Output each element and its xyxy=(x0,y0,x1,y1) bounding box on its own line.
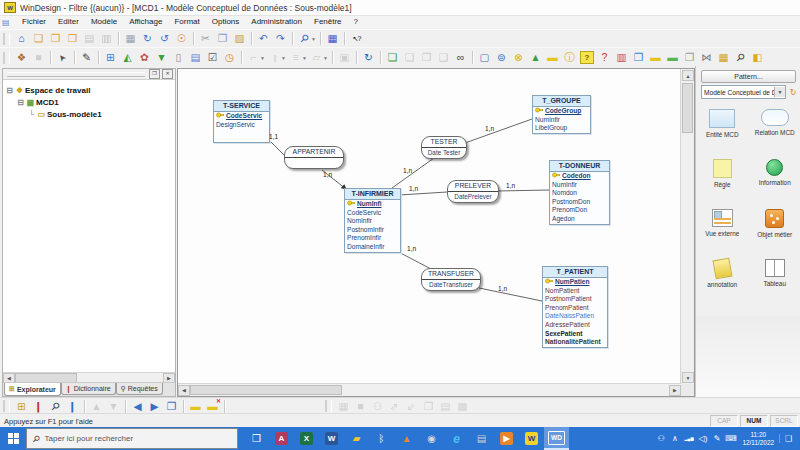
redo-icon[interactable]: ↷ xyxy=(272,31,289,46)
copy-icon[interactable]: ❐ xyxy=(214,31,231,46)
relation-tool-icon[interactable]: ⊗ xyxy=(510,50,527,65)
rule-tool-icon[interactable]: ▬ xyxy=(544,50,561,65)
palette-item-r-gle[interactable]: Règle xyxy=(696,155,749,205)
tray-hidden-icons-chevron-icon[interactable]: ∧ xyxy=(668,434,681,443)
undo-icon[interactable]: ↶ xyxy=(255,31,272,46)
tab-explorateur[interactable]: ⊞Explorateur xyxy=(4,383,61,396)
menu-?[interactable]: ? xyxy=(348,16,364,28)
grid-icon[interactable]: ▦ xyxy=(324,31,341,46)
documentation-toggle-icon[interactable]: ❙ xyxy=(64,399,81,414)
select-zone-tool-icon[interactable]: ◧ xyxy=(749,50,766,65)
taskbar-clock[interactable]: 11:20 12/11/2022 xyxy=(738,431,778,446)
tray-people-icon[interactable]: ⚇ xyxy=(654,434,667,443)
form-list-icon[interactable]: ▤ xyxy=(187,50,204,65)
entity-t-service[interactable]: T-SERVICECodeServicDesignServic xyxy=(213,100,270,143)
panel-close-button[interactable]: ✕ xyxy=(162,69,173,79)
link-objects-tool-icon[interactable]: ⋈ xyxy=(698,50,715,65)
nav-window-icon[interactable]: ❐ xyxy=(163,399,180,414)
palette-item-vue-externe[interactable]: Vue externe xyxy=(696,205,749,255)
pill-yellow-tool-icon[interactable]: ▬ xyxy=(647,50,664,65)
taskbar-vlc-icon[interactable]: ▲ xyxy=(394,427,419,450)
panel-drag-handle[interactable] xyxy=(7,72,145,77)
constraint-tool-icon[interactable]: ? xyxy=(596,50,613,65)
palette-item-tableau[interactable]: Tableau xyxy=(749,255,800,305)
entity-t-infirmier[interactable]: T-INFIRMIERNumInfiCodeServicNomInfirPost… xyxy=(344,188,401,253)
toolbar-grip[interactable] xyxy=(3,33,10,45)
check-out-icon[interactable]: ↻ xyxy=(139,31,156,46)
nav-prev-icon[interactable]: ◀ xyxy=(129,399,146,414)
taskbar-camera-app-icon[interactable]: ◉ xyxy=(419,427,444,450)
scroll-thumb[interactable] xyxy=(682,83,693,133)
tray-volume-icon[interactable]: ◁) xyxy=(696,434,709,443)
menu-administration[interactable]: Administration xyxy=(245,16,308,28)
entity-tool-icon[interactable]: ⊜ xyxy=(493,50,510,65)
menu-fentre[interactable]: Fenêtre xyxy=(308,16,348,28)
scroll-down-arrow[interactable]: ▼ xyxy=(682,372,694,383)
menu-options[interactable]: Options xyxy=(206,16,246,28)
refresh-palette-icon[interactable]: ↻ xyxy=(788,88,798,97)
print-icon[interactable]: ▦ xyxy=(122,31,139,46)
entity-t-groupe[interactable]: T_GROUPECodeGroupNumInfirLibelGroup xyxy=(532,95,591,134)
hide-rules-icon[interactable]: ▬✕ xyxy=(204,399,221,414)
entity-t-donneur[interactable]: T-DONNEURCodedonNumInfirNomdonPostnomDon… xyxy=(549,160,610,225)
paste-icon[interactable]: ▨ xyxy=(231,31,248,46)
notification-center-icon[interactable]: ❑ xyxy=(779,434,797,443)
canvas-hscrollbar[interactable]: ◀ ▶ xyxy=(178,383,681,396)
menu-modle[interactable]: Modèle xyxy=(85,16,123,28)
publish-web-icon[interactable]: ☉ xyxy=(173,31,190,46)
relation-prelever[interactable]: PRELEVERDatePrelever xyxy=(447,180,499,203)
hierarchy-icon[interactable]: ⊞ xyxy=(102,50,119,65)
open-folder-icon[interactable]: ❒ xyxy=(64,31,81,46)
menu-editer[interactable]: Editer xyxy=(52,16,85,28)
submodels-icon[interactable]: ❏ xyxy=(384,50,401,65)
home-icon[interactable]: ⌂ xyxy=(13,31,30,46)
model-properties-icon[interactable]: ❖ xyxy=(13,50,30,65)
table-tool-icon[interactable]: ▥ xyxy=(613,50,630,65)
tray-touch-keyboard-icon[interactable]: ⌨ xyxy=(724,434,737,443)
panel-float-button[interactable]: ❐ xyxy=(149,69,160,79)
palette-item-annotation[interactable]: annotation xyxy=(696,255,749,305)
scroll-thumb[interactable] xyxy=(190,385,342,395)
relation-appartenir[interactable]: APPARTENIR xyxy=(284,146,344,169)
history-clock-icon[interactable]: ◷ xyxy=(221,50,238,65)
shapes-icon[interactable]: ◭ xyxy=(119,50,136,65)
toolbar-grip[interactable] xyxy=(3,52,10,64)
tab-requtes[interactable]: ⚲Requêtes xyxy=(116,383,163,395)
diagram-canvas[interactable]: T-SERVICECodeServicDesignServicT_GROUPEC… xyxy=(178,69,681,384)
help-pointer-icon[interactable]: ↖? xyxy=(348,31,365,46)
open-models-icon[interactable]: ❐ xyxy=(47,31,64,46)
palette-item-objet-m-tier[interactable]: Objet métier xyxy=(749,205,800,255)
menu-affichage[interactable]: Affichage xyxy=(123,16,168,28)
tree-expand-icon[interactable]: ⊟ xyxy=(5,86,14,95)
tree-expand-icon[interactable]: ⊟ xyxy=(16,98,25,107)
taskbar-windesign-logo-icon[interactable]: W xyxy=(519,427,544,450)
edit-pencil-icon[interactable]: ✎ xyxy=(78,50,95,65)
scroll-up-arrow[interactable]: ▲ xyxy=(682,70,694,81)
relation-transfuser[interactable]: TRANSFUSERDateTransfuser xyxy=(421,268,481,291)
menu-format[interactable]: Format xyxy=(168,16,205,28)
show-rules-icon[interactable]: ▬ xyxy=(187,399,204,414)
start-button[interactable] xyxy=(0,427,26,450)
toolbar-grip[interactable] xyxy=(3,400,10,412)
toolbar-grip[interactable] xyxy=(325,400,332,412)
tree-expand-icon[interactable]: └ xyxy=(27,110,36,119)
taskbar-search[interactable]: ⚲ Taper ici pour rechercher xyxy=(26,428,238,449)
note-blank-icon[interactable]: ▯ xyxy=(170,50,187,65)
check-model-icon[interactable]: ☑ xyxy=(204,50,221,65)
taskbar-excel-icon[interactable]: X xyxy=(294,427,319,450)
inheritance-tool-icon[interactable]: ▲ xyxy=(527,50,544,65)
nav-next-icon[interactable]: ▶ xyxy=(146,399,163,414)
taskbar-bluetooth-icon[interactable]: ᛒ xyxy=(369,427,394,450)
palette-item-relation-mcd[interactable]: Relation MCD xyxy=(749,105,800,155)
cut-icon[interactable]: ✂ xyxy=(197,31,214,46)
menu-fichier[interactable]: Fichier xyxy=(16,16,52,28)
tree-item-mcd1[interactable]: ⊟▦MCD1 xyxy=(5,96,173,108)
taskbar-windesign-icon[interactable]: WD xyxy=(544,427,569,450)
new-window-icon[interactable]: ▢ xyxy=(476,50,493,65)
tree-item-espace-de-travail[interactable]: ⊟❖Espace de travail xyxy=(5,84,173,96)
information-tool-icon[interactable]: ⓘ xyxy=(561,50,578,65)
level-down-icon[interactable]: ▼ xyxy=(153,50,170,65)
taskbar-access-icon[interactable]: A xyxy=(269,427,294,450)
explorer-toggle-icon[interactable]: ⊞ xyxy=(13,399,30,414)
dropdown-arrow-icon[interactable]: ▼ xyxy=(774,87,785,97)
